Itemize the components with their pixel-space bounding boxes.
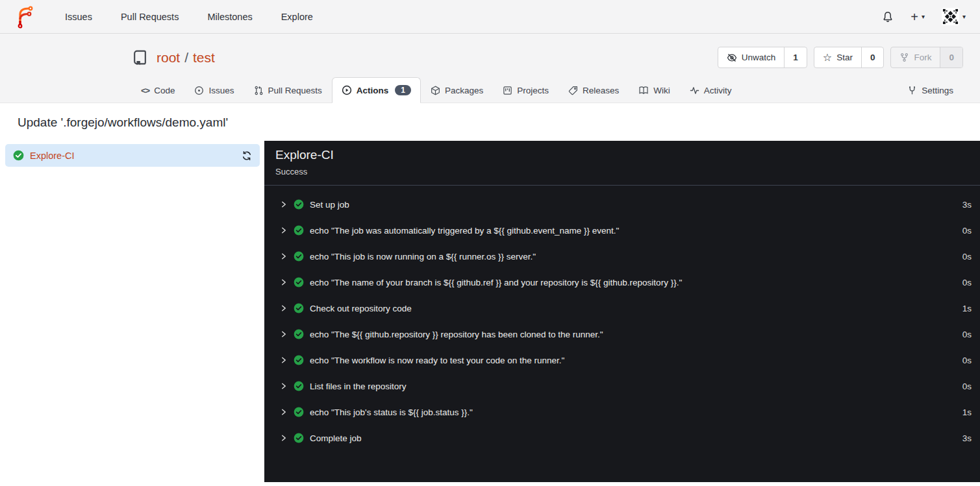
chevron-right-icon[interactable] (280, 252, 288, 260)
nav-milestones[interactable]: Milestones (195, 5, 264, 29)
notifications-button[interactable] (882, 11, 894, 23)
fork-icon (899, 53, 909, 62)
check-circle-icon (294, 329, 304, 339)
tab-activity[interactable]: Activity (680, 78, 742, 103)
jobs-sidebar: Explore-CI (0, 141, 264, 482)
unwatch-label: Unwatch (742, 53, 776, 62)
step-name: Complete job (310, 433, 362, 443)
chevron-right-icon[interactable] (280, 382, 288, 390)
step-duration: 3s (962, 433, 972, 443)
step-row[interactable]: Set up job3s (264, 191, 980, 217)
check-circle-icon (294, 381, 304, 391)
tab-releases[interactable]: Releases (559, 78, 629, 103)
step-row[interactable]: Complete job3s (264, 425, 980, 451)
repo-owner-link[interactable]: root (157, 50, 180, 66)
step-row[interactable]: echo "The workflow is now ready to test … (264, 347, 980, 373)
tab-wiki[interactable]: Wiki (629, 78, 680, 103)
step-name: Check out repository code (310, 304, 412, 313)
fork-label: Fork (914, 53, 931, 62)
repo-separator: / (184, 50, 188, 66)
nav-pull-requests[interactable]: Pull Requests (109, 5, 190, 29)
step-name: List files in the repository (310, 382, 407, 391)
chevron-right-icon[interactable] (280, 278, 288, 286)
check-circle-icon (294, 433, 304, 443)
step-row[interactable]: echo "The job was automatically triggere… (264, 217, 980, 243)
step-duration: 0s (962, 356, 972, 365)
stars-count[interactable]: 0 (861, 47, 884, 67)
repo-actions: Unwatch 1 ☆ Star 0 (718, 47, 963, 68)
caret-down-icon: ▾ (962, 13, 966, 20)
bell-icon (882, 11, 894, 23)
step-row[interactable]: echo "The ${{ github.repository }} repos… (264, 321, 980, 347)
user-menu[interactable]: ▾ (942, 8, 966, 25)
check-circle-icon (294, 199, 304, 210)
tab-pull-requests[interactable]: Pull Requests (244, 78, 332, 103)
chevron-right-icon[interactable] (280, 304, 288, 312)
repo-name-link[interactable]: test (193, 50, 215, 66)
watchers-count[interactable]: 1 (784, 47, 807, 67)
chevron-right-icon[interactable] (280, 356, 288, 364)
activity-icon (690, 86, 699, 95)
step-duration: 3s (962, 200, 972, 210)
run-content: Explore-CI Explore-CI Success Set up job… (0, 141, 980, 482)
repo-tabs: <> Code Issues Pull Requests (0, 77, 980, 103)
top-navbar: Issues Pull Requests Milestones Explore … (0, 0, 980, 34)
create-new-button[interactable]: + ▾ (911, 10, 925, 23)
tab-issues-label: Issues (208, 86, 234, 95)
step-duration: 1s (962, 304, 972, 313)
step-row[interactable]: echo "This job's status is ${{ job.statu… (264, 399, 980, 425)
step-row[interactable]: echo "The name of your branch is ${{ git… (264, 269, 980, 295)
tab-wiki-label: Wiki (653, 86, 670, 95)
tools-icon (907, 86, 917, 95)
tab-settings[interactable]: Settings (898, 78, 963, 103)
step-name: echo "This job's status is ${{ job.statu… (310, 407, 473, 417)
project-icon (503, 86, 512, 95)
step-name: echo "This job is now running on a ${{ r… (310, 252, 536, 261)
nav-explore[interactable]: Explore (270, 5, 325, 29)
step-duration: 1s (962, 407, 972, 417)
tab-packages[interactable]: Packages (421, 78, 493, 103)
code-icon: <> (141, 86, 149, 95)
tab-code-label: Code (154, 86, 175, 95)
check-circle-icon (294, 303, 304, 313)
unwatch-button[interactable]: Unwatch (718, 47, 785, 67)
step-row[interactable]: echo "This job is now running on a ${{ r… (264, 243, 980, 269)
avatar (942, 8, 959, 25)
step-duration: 0s (962, 226, 972, 236)
steps-list: Set up job3secho "The job was automatica… (264, 186, 980, 451)
plus-icon: + (911, 10, 918, 23)
forgejo-logo[interactable] (14, 5, 36, 29)
chevron-right-icon[interactable] (280, 226, 288, 234)
rerun-job-button[interactable] (242, 151, 252, 161)
star-button[interactable]: ☆ Star (814, 47, 861, 67)
step-row[interactable]: List files in the repository0s (264, 373, 980, 399)
tab-releases-label: Releases (583, 86, 619, 95)
tab-actions[interactable]: Actions 1 (332, 77, 421, 103)
fork-button[interactable]: Fork (891, 47, 940, 67)
job-name: Explore-CI (30, 151, 75, 161)
step-row[interactable]: Check out repository code1s (264, 295, 980, 321)
check-circle-icon (294, 251, 304, 261)
tab-settings-label: Settings (922, 86, 953, 95)
check-circle-icon (294, 355, 304, 365)
chevron-right-icon[interactable] (280, 408, 288, 416)
forgejo-logo-icon (14, 5, 35, 29)
package-icon (431, 86, 440, 95)
step-duration: 0s (962, 330, 972, 339)
chevron-right-icon[interactable] (280, 200, 288, 208)
nav-issues[interactable]: Issues (53, 5, 104, 29)
job-item-explore-ci[interactable]: Explore-CI (5, 144, 260, 167)
job-log-panel: Explore-CI Success Set up job3secho "The… (264, 141, 980, 482)
chevron-right-icon[interactable] (280, 434, 288, 442)
step-duration: 0s (962, 382, 972, 391)
tab-activity-label: Activity (704, 86, 732, 95)
chevron-right-icon[interactable] (280, 330, 288, 338)
forks-count: 0 (940, 47, 962, 67)
tab-projects[interactable]: Projects (493, 78, 559, 103)
step-name: Set up job (310, 200, 349, 210)
check-circle-icon (294, 225, 304, 236)
play-circle-icon (342, 85, 352, 95)
eye-slash-icon (727, 53, 737, 63)
tab-issues[interactable]: Issues (184, 78, 244, 103)
tab-code[interactable]: <> Code (131, 78, 184, 103)
